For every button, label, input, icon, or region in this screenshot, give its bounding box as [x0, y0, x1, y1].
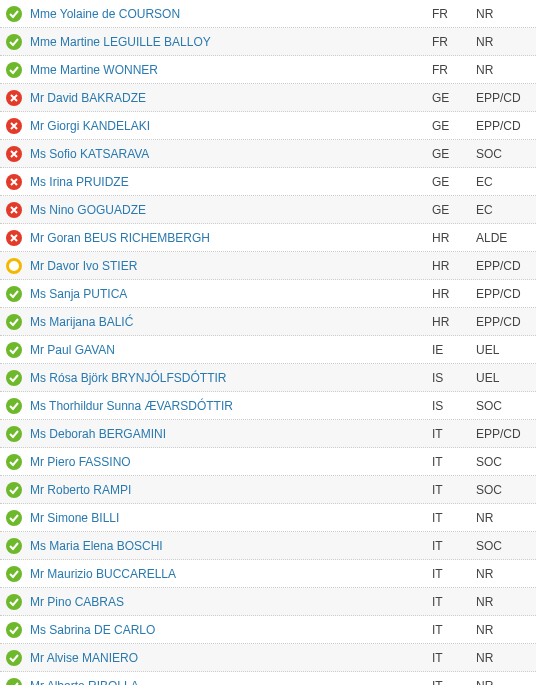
vote-cell: [4, 510, 24, 526]
member-name[interactable]: Mr Giorgi KANDELAKI: [24, 119, 432, 133]
member-name[interactable]: Mr Simone BILLI: [24, 511, 432, 525]
member-name[interactable]: Mr Goran BEUS RICHEMBERGH: [24, 231, 432, 245]
country-code: IT: [432, 595, 476, 609]
table-row: Mr Piero FASSINOITSOC: [0, 448, 536, 476]
table-row: Mme Martine WONNERFRNR: [0, 56, 536, 84]
member-name[interactable]: Mr Piero FASSINO: [24, 455, 432, 469]
member-name[interactable]: Ms Marijana BALIĆ: [24, 315, 432, 329]
political-group: NR: [476, 7, 532, 21]
member-name[interactable]: Mr Alberto RIBOLLA: [24, 679, 432, 686]
member-name[interactable]: Ms Maria Elena BOSCHI: [24, 539, 432, 553]
political-group: SOC: [476, 147, 532, 161]
political-group: NR: [476, 63, 532, 77]
country-code: IT: [432, 539, 476, 553]
member-name[interactable]: Mme Martine LEGUILLE BALLOY: [24, 35, 432, 49]
vote-cell: [4, 370, 24, 386]
vote-cell: [4, 34, 24, 50]
member-name[interactable]: Ms Sabrina DE CARLO: [24, 623, 432, 637]
table-row: Ms Marijana BALIĆHREPP/CD: [0, 308, 536, 336]
vote-for-icon: [6, 482, 22, 498]
member-name[interactable]: Ms Thorhildur Sunna ÆVARSDÓTTIR: [24, 399, 432, 413]
vote-cell: [4, 90, 24, 106]
vote-for-icon: [6, 426, 22, 442]
country-code: GE: [432, 91, 476, 105]
country-code: IT: [432, 455, 476, 469]
vote-against-icon: [6, 202, 22, 218]
political-group: EPP/CD: [476, 427, 532, 441]
political-group: SOC: [476, 483, 532, 497]
member-name[interactable]: Mr Paul GAVAN: [24, 343, 432, 357]
vote-for-icon: [6, 62, 22, 78]
member-name[interactable]: Mr Davor Ivo STIER: [24, 259, 432, 273]
country-code: IT: [432, 623, 476, 637]
member-name[interactable]: Mme Martine WONNER: [24, 63, 432, 77]
country-code: GE: [432, 175, 476, 189]
table-row: Mr Davor Ivo STIERHREPP/CD: [0, 252, 536, 280]
vote-cell: [4, 146, 24, 162]
country-code: IT: [432, 567, 476, 581]
vote-cell: [4, 426, 24, 442]
political-group: NR: [476, 567, 532, 581]
member-name[interactable]: Ms Sofio KATSARAVA: [24, 147, 432, 161]
political-group: NR: [476, 595, 532, 609]
political-group: SOC: [476, 539, 532, 553]
vote-for-icon: [6, 650, 22, 666]
table-row: Mr Roberto RAMPIITSOC: [0, 476, 536, 504]
country-code: HR: [432, 259, 476, 273]
country-code: IT: [432, 679, 476, 686]
vote-cell: [4, 230, 24, 246]
country-code: IS: [432, 399, 476, 413]
member-name[interactable]: Mme Yolaine de COURSON: [24, 7, 432, 21]
vote-against-icon: [6, 90, 22, 106]
country-code: GE: [432, 203, 476, 217]
political-group: EC: [476, 203, 532, 217]
member-name[interactable]: Ms Nino GOGUADZE: [24, 203, 432, 217]
member-name[interactable]: Mr Maurizio BUCCARELLA: [24, 567, 432, 581]
political-group: SOC: [476, 455, 532, 469]
vote-against-icon: [6, 174, 22, 190]
political-group: EPP/CD: [476, 315, 532, 329]
political-group: SOC: [476, 399, 532, 413]
vote-for-icon: [6, 34, 22, 50]
table-row: Ms Irina PRUIDZEGEEC: [0, 168, 536, 196]
vote-for-icon: [6, 398, 22, 414]
political-group: ALDE: [476, 231, 532, 245]
vote-for-icon: [6, 678, 22, 686]
table-row: Ms Sabrina DE CARLOITNR: [0, 616, 536, 644]
member-name[interactable]: Ms Irina PRUIDZE: [24, 175, 432, 189]
member-name[interactable]: Ms Sanja PUTICA: [24, 287, 432, 301]
table-row: Mr Pino CABRASITNR: [0, 588, 536, 616]
table-row: Ms Nino GOGUADZEGEEC: [0, 196, 536, 224]
vote-for-icon: [6, 510, 22, 526]
member-name[interactable]: Mr David BAKRADZE: [24, 91, 432, 105]
table-row: Mr Alvise MANIEROITNR: [0, 644, 536, 672]
member-name[interactable]: Ms Deborah BERGAMINI: [24, 427, 432, 441]
table-row: Mr Alberto RIBOLLAITNR: [0, 672, 536, 685]
table-row: Ms Thorhildur Sunna ÆVARSDÓTTIRISSOC: [0, 392, 536, 420]
country-code: HR: [432, 287, 476, 301]
country-code: FR: [432, 63, 476, 77]
vote-cell: [4, 678, 24, 686]
vote-for-icon: [6, 594, 22, 610]
member-name[interactable]: Mr Pino CABRAS: [24, 595, 432, 609]
vote-for-icon: [6, 314, 22, 330]
vote-for-icon: [6, 6, 22, 22]
vote-table: Mme Yolaine de COURSONFRNRMme Martine LE…: [0, 0, 536, 685]
vote-for-icon: [6, 622, 22, 638]
table-row: Mr Giorgi KANDELAKIGEEPP/CD: [0, 112, 536, 140]
member-name[interactable]: Mr Roberto RAMPI: [24, 483, 432, 497]
vote-cell: [4, 538, 24, 554]
member-name[interactable]: Ms Rósa Björk BRYNJÓLFSDÓTTIR: [24, 371, 432, 385]
country-code: IT: [432, 483, 476, 497]
vote-cell: [4, 118, 24, 134]
table-row: Mr Paul GAVANIEUEL: [0, 336, 536, 364]
political-group: EPP/CD: [476, 287, 532, 301]
political-group: EPP/CD: [476, 259, 532, 273]
member-name[interactable]: Mr Alvise MANIERO: [24, 651, 432, 665]
political-group: NR: [476, 623, 532, 637]
vote-cell: [4, 482, 24, 498]
vote-abstain-icon: [6, 258, 22, 274]
vote-for-icon: [6, 566, 22, 582]
table-row: Mr Goran BEUS RICHEMBERGHHRALDE: [0, 224, 536, 252]
vote-for-icon: [6, 370, 22, 386]
